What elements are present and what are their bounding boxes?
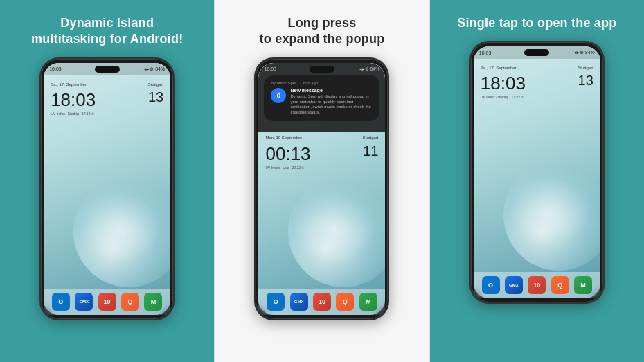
phone-frame-2: 18:03 ◂▸⊕ 84% dynamic Spot · 1 min ago d… [254,57,389,320]
panel-3: Single tap to open the app 18:03 ◂▸⊕ 84%… [430,0,644,362]
lock-time-3: 18:03 [481,73,526,94]
panel-1: Dynamic Island multitasking for Android!… [0,0,214,362]
lock-date-1: Sa., 17. September [51,82,87,87]
camera-pill-3 [524,49,549,56]
dock-outlook-3: O [482,276,500,294]
notif-text: Dynamic Spot will display a small popup … [290,94,373,116]
status-battery-1: ◂▸⊕ 84% [144,66,165,72]
dock-ten-3: 10 [528,276,546,294]
panel-2: Long press to expand the popup 18:03 ◂▸⊕… [214,0,429,362]
notif-app-icon: d [271,88,286,103]
lock-date-3: Sa., 17. September [481,66,517,70]
status-bar-2: 18:03 ◂▸⊕ 84% [258,63,385,75]
status-time-3: 18:03 [479,51,492,55]
lock-info-2: Mon, 19 September Stuttgart [258,136,385,140]
lock-uv-2: UV Index · Live · 22:22 ① [265,165,304,170]
phone-screen-3: 18:03 ◂▸⊕ 84% Sa., 17. September Stuttga… [474,46,600,298]
lock-uv-3: UV Index · Niedrig · 17:52 ① [481,95,524,99]
dock-ten-2: 10 [313,293,331,311]
status-time-2: 18:03 [264,66,276,71]
dock-2: O GMX 10 Q M [258,289,385,315]
lock-time-1: 18:03 [51,89,96,111]
dock-1: O GMX 10 Q M [44,289,170,315]
dock-ten-1: 10 [98,293,116,311]
dock-outlook-2: O [267,293,285,311]
dock-search-2: Q [336,293,354,311]
water-swirl-1 [58,161,171,302]
water-swirl-3 [488,145,600,287]
dock-gmx-1: GMX [75,293,93,311]
panel-3-title: Single tap to open the app [457,15,616,31]
dock-3: O GMX 10 Q M [474,272,600,298]
notif-row: d New message Dynamic Spot will display … [271,88,373,116]
dock-search-3: Q [551,276,569,294]
notification-popup: dynamic Spot · 1 min ago d New message D… [264,75,379,121]
lock-info-3: Sa., 17. September Stuttgart [474,66,600,70]
lock-uv-1: UV Index · Niedrig · 17:52 ① [51,111,94,116]
dock-gmx-2: GMX [290,293,308,311]
dock-maps-1: M [144,293,162,311]
lock-time-2: 00:13 [265,143,310,165]
panel-1-title: Dynamic Island multitasking for Android! [31,15,183,48]
lock-location-3: Stuttgart [578,66,593,70]
dock-maps-3: M [574,276,592,294]
phone-frame-3: 18:03 ◂▸⊕ 84% Sa., 17. September Stuttga… [469,41,605,304]
dock-gmx-3: GMX [505,276,523,294]
phone-frame-1: 18:03 ◂▸⊕ 84% Sa., 17. September Stuttga… [39,57,175,320]
status-time-1: 18:03 [49,66,62,71]
dock-maps-2: M [359,293,377,311]
dock-outlook-1: O [52,293,70,311]
lock-weather-2: 11 [363,143,378,159]
lock-weather-3: 13 [578,73,593,89]
lock-date-2: Mon, 19 September [265,136,302,140]
dock-search-1: Q [121,293,139,311]
lock-location-1: Stuttgart [147,82,163,87]
status-battery-3: ◂▸⊕ 84% [574,50,595,55]
panel-2-title: Long press to expand the popup [260,15,385,48]
camera-pill-1 [95,66,120,73]
lock-weather-1: 13 [148,89,163,105]
notif-app-header: dynamic Spot · 1 min ago [271,81,373,85]
phone-screen-2: 18:03 ◂▸⊕ 84% dynamic Spot · 1 min ago d… [258,63,385,315]
lock-location-2: Stuttgart [363,136,379,140]
notif-title: New message [290,88,373,93]
notif-content: New message Dynamic Spot will display a … [290,88,373,116]
status-battery-2: ◂▸⊕ 84% [359,66,380,72]
phone-screen-1: 18:03 ◂▸⊕ 84% Sa., 17. September Stuttga… [44,63,170,315]
water-swirl-2 [273,161,386,302]
lock-info-1: Sa., 17. September Stuttgart [44,82,170,87]
